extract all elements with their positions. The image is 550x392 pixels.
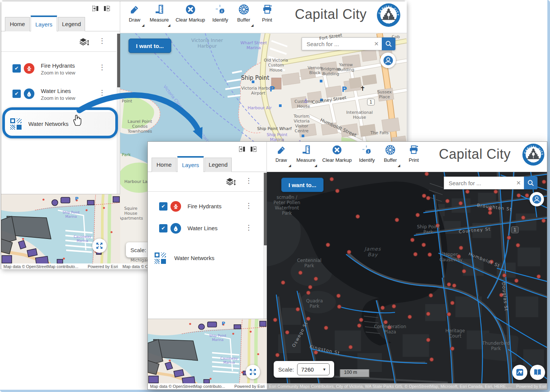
scale-label: Scale: bbox=[278, 366, 294, 373]
print-tool[interactable]: Print bbox=[259, 4, 276, 23]
print-tool[interactable]: Print bbox=[406, 145, 422, 163]
measure-tool[interactable]: Measure bbox=[296, 145, 316, 163]
print-icon bbox=[262, 4, 273, 16]
layer-row-water-lines[interactable]: Water Lines bbox=[148, 220, 263, 239]
search-input[interactable] bbox=[444, 177, 524, 189]
buffer-tool[interactable]: Buffer bbox=[382, 145, 399, 163]
front-window: Home Layers Legend Fire Hydrants bbox=[147, 141, 547, 390]
panel-scrollbar[interactable] bbox=[117, 34, 120, 194]
layer-label: Fire Hydrants bbox=[187, 203, 222, 209]
reorder-layers-icon[interactable] bbox=[226, 177, 236, 189]
i-want-to-button[interactable]: I want to... bbox=[129, 39, 171, 53]
search-button[interactable] bbox=[524, 177, 538, 189]
back-tabbar: Home Layers Legend bbox=[1, 16, 120, 31]
i-want-to-button[interactable]: I want to... bbox=[281, 178, 324, 192]
clear-search-icon[interactable] bbox=[374, 40, 379, 47]
app-title: Capital City bbox=[439, 146, 511, 162]
basemap-button[interactable] bbox=[512, 365, 527, 380]
dropdown-arrow-icon bbox=[323, 367, 325, 372]
layer-label: Water Networks bbox=[28, 121, 68, 127]
dock-panel-right-icon[interactable] bbox=[103, 5, 111, 12]
buffer-tool[interactable]: Buffer bbox=[235, 4, 252, 23]
back-sidebar-panel: Home Layers Legend Fire Hydrants Zoom in… bbox=[1, 1, 120, 194]
clear-search-icon[interactable] bbox=[516, 180, 521, 186]
tab-home[interactable]: Home bbox=[5, 17, 30, 31]
water-lines-checkbox[interactable] bbox=[12, 90, 21, 98]
clear-markup-tool[interactable]: Clear Markup bbox=[322, 145, 352, 163]
identify-tool[interactable]: Identify bbox=[212, 4, 229, 23]
dropdown-corner-icon bbox=[142, 23, 144, 27]
back-inset-attribution: Map data © OpenStreetMap contributo...Po… bbox=[1, 263, 120, 270]
reorder-layers-icon[interactable] bbox=[79, 37, 90, 49]
draw-tool[interactable]: Draw bbox=[273, 145, 290, 163]
app-title: Capital City bbox=[295, 6, 367, 22]
pencil-icon bbox=[129, 4, 140, 16]
water-drop-icon bbox=[24, 88, 34, 99]
water-drop-icon bbox=[170, 223, 181, 234]
search-button[interactable] bbox=[382, 37, 395, 50]
dock-panel-left-icon[interactable] bbox=[239, 146, 246, 153]
layer-row-fire-hydrants[interactable]: Fire Hydrants Zoom in to view bbox=[1, 59, 116, 81]
dock-panel-right-icon[interactable] bbox=[250, 146, 257, 153]
water-networks-icon bbox=[10, 118, 22, 130]
panel-scrollbar[interactable] bbox=[263, 173, 266, 319]
front-overview-map[interactable]: Ship Point Marina Causeway Marina P bbox=[148, 319, 267, 383]
clear-markup-tool[interactable]: Clear Markup bbox=[176, 4, 205, 23]
scale-value: 7260 bbox=[301, 366, 314, 373]
layer-row-water-networks[interactable]: Water Networks bbox=[5, 112, 115, 136]
screenshot-canvas: Home Layers Legend Fire Hydrants Zoom in… bbox=[0, 0, 550, 392]
layer-menu-icon[interactable] bbox=[245, 204, 252, 208]
identify-tool[interactable]: Identify bbox=[359, 145, 375, 163]
layer-menu-icon[interactable] bbox=[99, 65, 105, 69]
front-map-attribution: Esri Community Maps Contributors, City o… bbox=[267, 383, 547, 389]
buffer-icon bbox=[239, 4, 249, 16]
fire-hydrants-checkbox[interactable] bbox=[159, 202, 167, 211]
dropdown-corner-icon bbox=[288, 164, 291, 167]
search-input[interactable] bbox=[302, 37, 382, 50]
dropdown-corner-icon bbox=[168, 23, 170, 27]
layer-zoom-hint: Zoom in to view bbox=[41, 70, 75, 76]
tab-layers[interactable]: Layers bbox=[177, 156, 204, 172]
scalebar: 100 m bbox=[339, 369, 370, 378]
layer-row-water-networks[interactable]: Water Networks bbox=[148, 249, 263, 268]
layer-list-menu-icon[interactable] bbox=[99, 39, 105, 43]
divider bbox=[1, 51, 116, 52]
city-logo: CAPITAL CITY 1862 bbox=[522, 143, 545, 167]
expand-overview-button[interactable] bbox=[92, 239, 107, 253]
layer-menu-icon[interactable] bbox=[245, 226, 252, 229]
identify-icon bbox=[215, 4, 226, 16]
tab-legend[interactable]: Legend bbox=[205, 158, 232, 172]
water-lines-checkbox[interactable] bbox=[159, 224, 167, 232]
fire-hydrant-icon bbox=[170, 201, 181, 212]
user-button[interactable] bbox=[530, 192, 544, 206]
layer-list-menu-icon[interactable] bbox=[245, 179, 252, 183]
front-tabbar: Home Layers Legend bbox=[148, 157, 266, 172]
print-icon bbox=[409, 145, 419, 156]
hand-cursor-icon bbox=[71, 113, 82, 128]
tab-layers[interactable]: Layers bbox=[31, 15, 57, 31]
layer-label: Water Lines bbox=[187, 225, 217, 231]
dock-panel-left-icon[interactable] bbox=[92, 5, 99, 12]
search-bar bbox=[444, 177, 538, 189]
ruler-icon bbox=[301, 145, 311, 156]
dropdown-corner-icon bbox=[315, 164, 317, 167]
fire-hydrants-checkbox[interactable] bbox=[12, 64, 21, 73]
back-overview-map[interactable]: Ship Point Marina Causeway Marina P bbox=[1, 194, 120, 263]
frame-edge-bottom bbox=[0, 390, 550, 392]
layer-row-water-lines[interactable]: Water Lines Zoom in to view bbox=[1, 84, 116, 106]
tab-legend[interactable]: Legend bbox=[58, 17, 85, 31]
draw-tool[interactable]: Draw bbox=[126, 4, 143, 23]
expand-overview-button[interactable] bbox=[246, 365, 260, 379]
tab-home[interactable]: Home bbox=[152, 158, 177, 172]
layer-label: Water Networks bbox=[174, 255, 214, 261]
clear-markup-icon bbox=[332, 145, 342, 156]
d ropdown-corner-icon bbox=[251, 23, 254, 27]
layer-row-fire-hydrants[interactable]: Fire Hydrants bbox=[148, 198, 263, 217]
scale-dropdown[interactable]: 7260 bbox=[297, 363, 330, 375]
user-button[interactable] bbox=[380, 53, 396, 68]
front-main-map[interactable]: scmaθn / Peter Pollen Waterfront Park Ja… bbox=[267, 172, 547, 383]
scale-widget: Scale: 7260 bbox=[274, 361, 334, 378]
measure-tool[interactable]: Measure bbox=[150, 4, 169, 23]
bookmarks-button[interactable] bbox=[530, 365, 545, 380]
layer-menu-icon[interactable] bbox=[99, 91, 105, 95]
